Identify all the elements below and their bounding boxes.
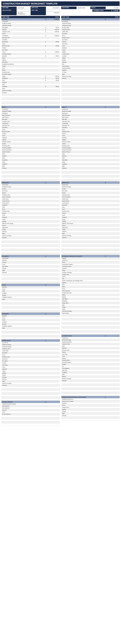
empty-cell	[61, 326, 104, 328]
item-currency	[44, 116, 46, 118]
empty-cell	[61, 96, 104, 98]
item-currency: $	[44, 80, 46, 81]
item-currency	[104, 196, 106, 198]
item-currency	[104, 31, 106, 32]
item-currency	[104, 145, 106, 147]
item-currency	[44, 188, 46, 190]
item-value	[46, 288, 60, 290]
item-value	[106, 398, 120, 400]
empty-cell	[61, 169, 104, 171]
item-name: Range	[1, 76, 44, 77]
item-currency	[44, 37, 46, 39]
empty-cell	[61, 247, 104, 249]
item-name: Mirrors	[61, 224, 104, 226]
section-total: -	[106, 182, 120, 184]
item-value	[106, 300, 120, 302]
empty-cell	[1, 169, 44, 171]
item-currency	[44, 226, 46, 228]
item-name: Carpentry Labor	[1, 194, 44, 196]
item-currency	[104, 143, 106, 145]
item-currency	[44, 204, 46, 206]
item-value	[106, 339, 120, 341]
item-currency	[104, 69, 106, 71]
section-total: -	[106, 255, 120, 257]
item-name: Switches	[1, 230, 44, 232]
item-value	[106, 408, 120, 410]
item-name: End Tables	[1, 360, 44, 362]
item-currency	[104, 290, 106, 292]
item-value	[46, 73, 60, 75]
item-name: Plumbing Labor	[1, 145, 44, 147]
item-name: Backsplash	[1, 112, 44, 114]
item-name: Lamps	[1, 370, 44, 372]
item-name: Lighting	[1, 139, 44, 141]
item-currency	[104, 212, 106, 214]
item-name: Walls	[1, 165, 44, 167]
item-currency	[104, 200, 106, 202]
total-header-label: TOTAL	[106, 16, 120, 18]
item-currency	[104, 300, 106, 302]
item-value	[46, 268, 60, 270]
empty-cell	[1, 329, 44, 331]
item-name: Lighting	[61, 220, 104, 222]
item-name: Lighting	[61, 408, 104, 410]
empty-cell	[61, 251, 104, 253]
item-currency	[44, 202, 46, 204]
section-currency: $	[104, 335, 106, 337]
item-currency	[44, 128, 46, 130]
item-value	[46, 122, 60, 124]
item-currency	[104, 71, 106, 73]
item-name: Windows	[61, 237, 104, 238]
header-value	[46, 9, 60, 12]
item-name: TV Stand	[61, 71, 104, 73]
item-currency	[44, 92, 46, 94]
empty-cell	[1, 253, 44, 255]
item-value	[106, 260, 120, 261]
item-name: Ventilation	[61, 372, 104, 374]
item-name: Toilet	[1, 157, 44, 159]
item-currency: $	[44, 26, 46, 28]
item-name: Fixtures	[61, 133, 104, 134]
item-value	[106, 364, 120, 365]
empty-cell	[61, 84, 104, 86]
item-value	[46, 325, 60, 327]
item-name: Lighting	[1, 220, 44, 222]
item-value	[46, 323, 60, 325]
item-value	[106, 410, 120, 412]
item-value	[46, 212, 60, 214]
item-value	[46, 110, 60, 112]
item-value	[106, 71, 120, 73]
item-value	[106, 73, 120, 75]
item-name: Porch	[61, 288, 104, 290]
item-name: Countertops	[1, 35, 44, 36]
item-currency	[44, 407, 46, 409]
item-value	[46, 186, 60, 188]
item-name: Siding / Brick	[61, 302, 104, 304]
item-value	[106, 406, 120, 408]
item-value	[106, 192, 120, 194]
item-name: Desk	[1, 206, 44, 208]
item-name: Garage Doors	[61, 406, 104, 408]
item-value	[106, 402, 120, 404]
item-currency: $	[44, 51, 46, 53]
item-name: Sound System	[61, 65, 104, 67]
empty-cell	[1, 310, 44, 312]
empty-cell	[61, 322, 104, 324]
item-currency	[44, 409, 46, 411]
item-value	[106, 167, 120, 169]
header-label: APPT DATE	[31, 6, 46, 9]
item-name: Bath Fixtures	[1, 116, 44, 118]
item-value	[46, 352, 60, 354]
item-name: Chairs	[61, 262, 104, 263]
item-name: Floor Rugs	[61, 353, 104, 355]
header-label: JOB PHONE	[61, 6, 77, 9]
item-currency	[44, 264, 46, 265]
item-name: Fixtures	[1, 133, 44, 134]
item-name: Ventilation	[1, 86, 44, 88]
item-name: Walls	[1, 380, 44, 382]
item-name: Floors	[1, 288, 44, 290]
item-name: Floors	[61, 404, 104, 406]
empty-cell	[61, 392, 104, 394]
item-value	[46, 298, 60, 300]
item-name: Demolition	[1, 39, 44, 41]
